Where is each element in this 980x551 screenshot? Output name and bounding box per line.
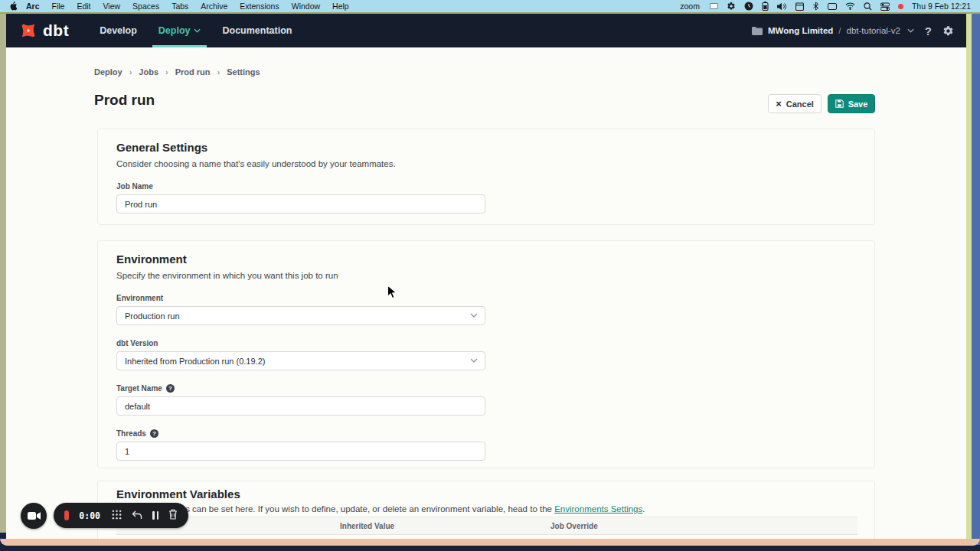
env-vars-table-header: Inherited Value Job Override [116,517,858,535]
environments-settings-link[interactable]: Environments Settings [554,504,642,514]
mouse-cursor [387,285,397,303]
threads-help-icon[interactable]: ? [150,429,158,438]
chevron-down-icon [907,28,914,33]
search-icon[interactable] [864,2,872,11]
breadcrumb: Deploy › Jobs › Prod run › Settings [94,67,260,77]
window-edge-right-inner [966,12,972,545]
general-settings-card: General Settings Consider choosing a nam… [97,129,875,225]
control-center-icon[interactable] [880,2,890,11]
dbt-version-label: dbt Version [116,339,856,347]
environment-card: Environment Specify the environment in w… [97,240,875,468]
pause-recording-button[interactable] [152,511,158,520]
general-settings-heading: General Settings [116,141,856,154]
job-name-input[interactable] [116,194,485,214]
menubar-item-spaces[interactable]: Spaces [126,2,165,11]
calendar-icon[interactable] [795,2,804,11]
recording-toolbar: 0:00 [54,503,188,528]
job-name-label: Job Name [116,182,856,191]
inherited-value-column-header: Inherited Value [340,522,550,530]
menubar-item-archive[interactable]: Archive [194,2,234,11]
menubar-item-file[interactable]: File [46,2,71,11]
settings-gear-button[interactable] [942,25,954,37]
save-button[interactable]: Save [828,94,875,113]
nav-item-deploy[interactable]: Deploy [148,14,212,47]
target-name-input[interactable] [116,396,485,416]
input-source-icon[interactable] [828,3,837,10]
breadcrumb-deploy[interactable]: Deploy [94,67,122,77]
recording-timer: 0:00 [79,510,100,521]
menubar-item-view[interactable]: View [97,2,127,11]
zoom-menu-label[interactable]: zoom [680,2,700,11]
wifi-icon[interactable] [845,2,855,10]
target-name-help-icon[interactable]: ? [166,384,175,393]
breadcrumb-settings[interactable]: Settings [227,67,260,77]
breadcrumb-jobs[interactable]: Jobs [139,67,158,77]
menubar-item-arc[interactable]: Arc [20,2,46,11]
account-project-separator: / [838,26,841,35]
clock-icon[interactable] [744,2,753,11]
breadcrumb-separator: › [129,67,132,77]
general-settings-description: Consider choosing a name that's easily u… [116,159,856,168]
bluetooth-icon[interactable] [812,2,819,11]
recording-indicator-dot[interactable] [898,4,903,9]
macos-menubar: Arc File Edit View Spaces Tabs Archive E… [0,0,980,12]
environment-label: Environment [116,294,856,302]
window-edge-left [0,0,6,533]
menubar-item-edit[interactable]: Edit [70,2,96,11]
menubar-item-help[interactable]: Help [326,2,355,11]
target-name-label: Target Name [116,384,162,393]
project-name: dbt-tutorial-v2 [847,26,900,35]
chevron-down-icon [470,313,478,318]
dbt-brand-name: dbt [43,21,69,40]
folder-icon [752,27,763,35]
threads-input[interactable] [116,442,485,461]
breadcrumb-separator: › [217,67,220,77]
screen-share-icon[interactable] [710,3,718,9]
dbt-logo[interactable]: dbt [18,21,69,41]
stop-recording-button[interactable] [64,510,69,520]
battery-icon[interactable] [762,2,769,11]
nav-item-develop[interactable]: Develop [89,14,148,47]
drag-handle-icon[interactable] [112,509,122,523]
environment-variables-heading: Environment Variables [116,487,240,500]
environment-variables-description: Job level overrides can be set here. If … [116,504,645,514]
environment-description: Specify the environment in which you wan… [116,271,856,280]
dbt-version-select[interactable]: Inherited from Production run (0.19.2) [116,351,485,370]
account-project-switcher[interactable]: MWong Limited / dbt-tutorial-v2 [752,26,914,35]
chevron-down-icon [470,358,478,363]
delete-recording-icon[interactable] [168,509,178,523]
environment-select[interactable]: Production run [116,306,485,325]
menubar-item-window[interactable]: Window [286,2,326,11]
video-camera-icon [28,511,41,520]
nav-item-documentation[interactable]: Documentation [211,14,302,47]
breadcrumb-prod-run[interactable]: Prod run [175,67,211,77]
save-icon [835,99,844,108]
window-edge-bottom [0,539,980,546]
camera-toggle-button[interactable] [21,503,47,529]
volume-icon[interactable] [777,2,787,11]
threads-label: Threads [116,429,146,438]
help-button[interactable]: ? [925,24,932,37]
menubar-item-extensions[interactable]: Extensions [234,2,285,11]
environment-variables-card: Environment Variables Job level override… [97,481,875,539]
window-edge-right-outer [972,12,980,545]
dbt-logo-icon [18,21,38,41]
gear-icon[interactable] [727,2,736,11]
menubar-clock[interactable]: Thu 9 Feb 12:21 [912,2,971,11]
environment-heading: Environment [116,253,856,266]
breadcrumb-separator: › [165,67,168,77]
chevron-down-icon [194,28,201,33]
page-title: Prod run [94,92,155,109]
account-name: MWong Limited [768,26,833,35]
close-icon: × [776,99,782,109]
desktop-background-strip [0,546,980,551]
cancel-button[interactable]: × Cancel [768,94,822,113]
dbt-navbar: dbt Develop Deploy Documentation MWong L… [6,14,966,47]
job-override-column-header: Job Override [550,522,858,530]
apple-icon[interactable] [9,2,17,11]
menubar-item-tabs[interactable]: Tabs [165,2,194,11]
main-content: Deploy › Jobs › Prod run › Settings Prod… [6,47,966,539]
restart-recording-icon[interactable] [132,509,142,523]
